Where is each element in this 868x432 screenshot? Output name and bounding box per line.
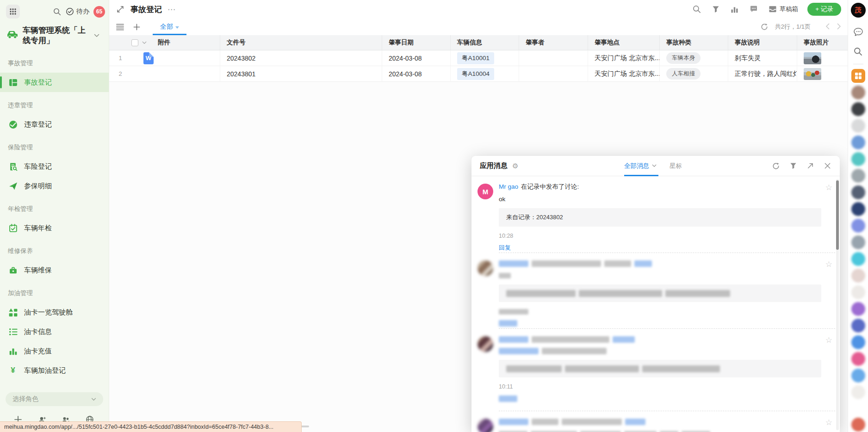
user-avatar[interactable]: 茂 — [851, 3, 866, 18]
more-menu-icon[interactable]: ⋯ — [167, 5, 176, 14]
tab-all-messages[interactable]: 全部消息 — [624, 156, 657, 176]
doc-no-cell[interactable]: 20243802 — [220, 50, 382, 66]
user-avatar[interactable] — [851, 285, 865, 299]
expand-view-icon[interactable] — [116, 5, 125, 14]
refresh-icon[interactable] — [760, 23, 769, 31]
doc-no-cell[interactable]: 20243801 — [220, 66, 382, 82]
todo-count-badge[interactable]: 65 — [93, 6, 105, 18]
sidebar-item-insurance-register[interactable]: 车险登记 — [0, 157, 109, 176]
location-cell[interactable]: 天安门广场 北京市东... — [588, 50, 660, 66]
drafts-button[interactable]: 草稿箱 — [769, 5, 799, 13]
statistics-icon[interactable] — [730, 5, 739, 14]
filter-icon[interactable] — [789, 162, 797, 170]
user-avatar[interactable] — [851, 86, 865, 99]
reply-link[interactable]: 回复 — [499, 244, 511, 252]
add-view-icon[interactable] — [132, 23, 141, 31]
user-avatar[interactable] — [851, 152, 865, 166]
discussion-icon[interactable] — [749, 5, 758, 14]
user-avatar[interactable] — [851, 185, 865, 199]
filter-icon[interactable] — [711, 5, 720, 14]
gear-icon[interactable]: ⚙ — [512, 162, 518, 170]
sidebar-item-vehicle-maintenance[interactable]: 车辆维保 — [0, 260, 109, 280]
accident-photo-thumbnail[interactable] — [804, 68, 821, 80]
star-icon[interactable]: ☆ — [825, 183, 832, 192]
date-cell[interactable]: 2024-03-08 — [382, 50, 451, 66]
reply-link[interactable] — [499, 319, 517, 327]
star-icon[interactable]: ☆ — [825, 259, 832, 269]
message-author[interactable]: Mr gao — [499, 183, 518, 190]
vehicle-cell[interactable]: 粤A10004 — [451, 66, 519, 82]
apps-grid-button[interactable] — [6, 5, 20, 19]
sidebar-item-vehicle-inspection[interactable]: 车辆年检 — [0, 218, 109, 238]
user-avatar[interactable] — [851, 352, 865, 366]
sidebar-item-violation-register[interactable]: 违章登记 — [0, 115, 109, 134]
close-icon[interactable] — [823, 162, 831, 170]
user-avatar[interactable] — [851, 369, 865, 383]
sidebar-item-accident-register[interactable]: 事故登记 — [0, 73, 109, 92]
user-avatar[interactable] — [851, 302, 865, 316]
prev-page-icon[interactable] — [825, 23, 830, 31]
sidebar-search-icon[interactable] — [52, 7, 62, 16]
avatar[interactable] — [477, 419, 493, 432]
sidebar-item-fuel-register[interactable]: ¥ 车辆加油登记 — [0, 361, 109, 380]
description-cell[interactable]: 正常行驶，路人闯红灯。 — [728, 66, 797, 82]
photo-cell[interactable] — [797, 50, 848, 66]
word-attachment-icon[interactable]: W — [143, 52, 154, 64]
vehicle-tag[interactable]: 粤A10004 — [457, 68, 494, 80]
app-icon[interactable] — [851, 69, 865, 83]
sidebar-item-fuel-card-info[interactable]: 油卡信息 — [0, 322, 109, 341]
sidebar-item-fuel-card-recharge[interactable]: 油卡充值 — [0, 341, 109, 361]
role-selector[interactable]: 选择角色 — [6, 392, 103, 406]
reply-link[interactable] — [499, 395, 517, 402]
refresh-icon[interactable] — [772, 162, 780, 170]
todo-button[interactable]: 待办 — [66, 7, 89, 16]
table-row-cell[interactable]: 1 W — [109, 50, 220, 66]
chat-bubble-icon[interactable] — [853, 27, 863, 37]
new-record-button[interactable]: + 记录 — [807, 3, 841, 16]
message-source-record[interactable]: 来自记录：20243802 — [499, 208, 821, 227]
category-cell[interactable]: 车辆本身 — [660, 50, 728, 66]
open-full-icon[interactable] — [806, 162, 814, 170]
culprit-cell[interactable] — [519, 66, 588, 82]
user-avatar[interactable] — [851, 169, 865, 183]
user-avatar[interactable] — [851, 252, 865, 266]
sidebar-item-fuel-dashboard[interactable]: 油卡一览驾驶舱 — [0, 302, 109, 322]
table-row-cell[interactable]: 2 — [109, 66, 220, 82]
sidebar-item-insurance-detail[interactable]: 参保明细 — [0, 176, 109, 196]
user-avatar[interactable] — [851, 319, 865, 333]
scrollbar-thumb[interactable] — [836, 180, 839, 250]
app-title-row[interactable]: 车辆管理系统「上线专用」 — [0, 23, 109, 49]
user-avatar[interactable] — [851, 385, 865, 399]
user-avatar[interactable] — [851, 219, 865, 233]
tab-all-records[interactable]: 全部 — [160, 19, 179, 35]
chevron-down-icon[interactable] — [142, 41, 147, 44]
user-avatar[interactable] — [851, 418, 865, 432]
culprit-cell[interactable] — [519, 50, 588, 66]
vehicle-tag[interactable]: 粤A10001 — [457, 52, 494, 64]
accident-photo-thumbnail[interactable] — [804, 52, 821, 64]
user-avatar[interactable] — [851, 335, 865, 349]
user-avatar[interactable] — [851, 202, 865, 216]
select-all-checkbox[interactable] — [131, 39, 138, 46]
avatar[interactable]: M — [477, 184, 493, 199]
star-icon[interactable]: ☆ — [825, 335, 832, 345]
category-cell[interactable]: 人车相撞 — [660, 66, 728, 82]
photo-cell[interactable] — [797, 66, 848, 82]
record-search-icon[interactable] — [692, 5, 701, 14]
user-avatar[interactable] — [851, 119, 865, 133]
vehicle-cell[interactable]: 粤A10001 — [451, 50, 519, 66]
next-page-icon[interactable] — [837, 23, 841, 31]
search-icon[interactable] — [853, 46, 863, 56]
location-cell[interactable]: 天安门广场 北京市东... — [588, 66, 660, 82]
date-cell[interactable]: 2024-03-08 — [382, 66, 451, 82]
user-avatar[interactable] — [851, 136, 865, 149]
description-cell[interactable]: 刹车失灵 — [728, 50, 797, 66]
tab-starred-messages[interactable]: 星标 — [670, 162, 682, 170]
avatar[interactable] — [477, 260, 493, 276]
view-list-icon[interactable] — [116, 23, 124, 31]
user-avatar[interactable] — [851, 269, 865, 283]
avatar[interactable] — [477, 336, 493, 352]
star-icon[interactable]: ☆ — [825, 418, 832, 427]
user-avatar[interactable] — [851, 235, 865, 249]
user-avatar[interactable] — [851, 102, 865, 116]
